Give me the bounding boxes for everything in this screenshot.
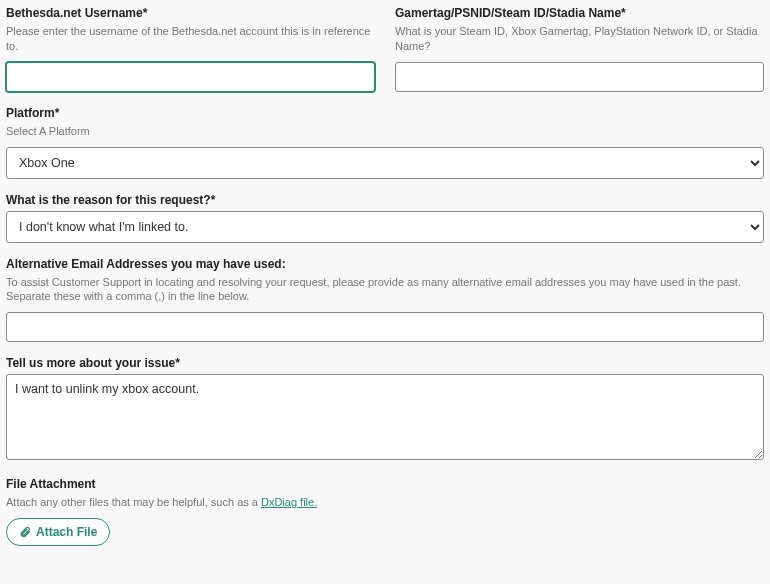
platform-select[interactable]: Xbox One bbox=[6, 147, 764, 179]
reason-label: What is the reason for this request?* bbox=[6, 193, 764, 207]
bethesda-username-hint: Please enter the username of the Bethesd… bbox=[6, 24, 375, 54]
bethesda-username-label: Bethesda.net Username* bbox=[6, 6, 375, 20]
platform-hint: Select A Platform bbox=[6, 124, 764, 139]
alt-emails-input[interactable] bbox=[6, 312, 764, 342]
gamertag-label: Gamertag/PSNID/Steam ID/Stadia Name* bbox=[395, 6, 764, 20]
issue-label: Tell us more about your issue* bbox=[6, 356, 764, 370]
bethesda-username-input[interactable] bbox=[6, 62, 375, 92]
attach-file-button-label: Attach File bbox=[36, 525, 97, 539]
platform-label: Platform* bbox=[6, 106, 764, 120]
attach-file-button[interactable]: Attach File bbox=[6, 518, 110, 546]
alt-emails-label: Alternative Email Addresses you may have… bbox=[6, 257, 764, 271]
issue-textarea[interactable]: I want to unlink my xbox account. bbox=[6, 374, 764, 460]
file-attachment-hint-prefix: Attach any other files that may be helpf… bbox=[6, 496, 261, 508]
alt-emails-hint: To assist Customer Support in locating a… bbox=[6, 275, 764, 305]
reason-select[interactable]: I don't know what I'm linked to. bbox=[6, 211, 764, 243]
file-attachment-hint: Attach any other files that may be helpf… bbox=[6, 495, 764, 510]
gamertag-hint: What is your Steam ID, Xbox Gamertag, Pl… bbox=[395, 24, 764, 54]
gamertag-input[interactable] bbox=[395, 62, 764, 92]
file-attachment-label: File Attachment bbox=[6, 477, 764, 491]
paperclip-icon bbox=[19, 526, 31, 538]
dxdiag-link[interactable]: DxDiag file. bbox=[261, 496, 317, 508]
